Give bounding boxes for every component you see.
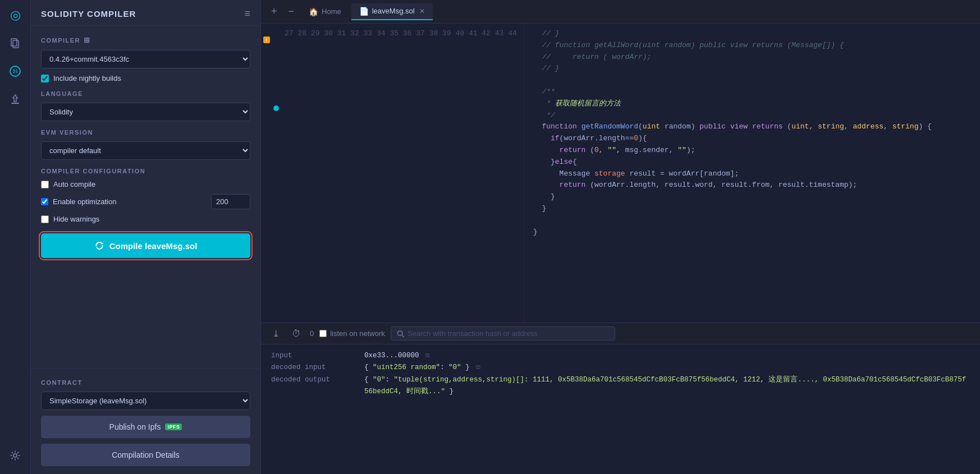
tab-leavemsg-label: leaveMsg.sol [372,7,415,15]
svg-rect-3 [11,103,19,104]
contract-select[interactable]: SimpleStorage (leaveMsg.sol) [41,392,250,410]
bottom-content: input 0xe33...00000 ⧉ decoded input { "u… [261,344,980,474]
auto-compile-checkbox[interactable] [41,181,49,188]
svg-rect-1 [13,40,19,48]
listen-network-checkbox[interactable] [319,330,327,337]
tab-home[interactable]: 🏠 Home [301,4,349,20]
counter-box: 0 [310,329,314,338]
compiler-add-icon[interactable]: ⊞ [84,36,91,44]
enable-optimization-row: Enable optimization [41,194,250,209]
listen-network-row: listen on network [319,329,385,338]
editor-area: ! 27 28 29 30 31 32 33 34 35 36 37 38 39… [261,24,980,323]
tab-bar: + − 🏠 Home 📄 leaveMsg.sol ✕ [261,0,980,24]
clock-button[interactable]: ⏱ [288,327,304,340]
logo-icon[interactable]: ◎ [4,4,26,26]
log-val-input: 0xe33...00000 ⧉ [364,350,430,362]
search-input[interactable] [407,329,609,338]
copy-icon-input[interactable]: ⧉ [425,352,430,359]
hide-warnings-checkbox[interactable] [41,215,49,223]
compile-refresh-icon [94,241,104,251]
publish-ipfs-button[interactable]: Publish on Ipfs IPFS [41,416,250,438]
hide-warnings-label[interactable]: Hide warnings [53,215,99,223]
deploy-icon[interactable] [4,89,26,110]
tab-home-label: Home [322,7,341,16]
log-row-decoded-input: decoded input { "uint256 random": "0" } … [271,362,970,374]
compilation-details-label: Compilation Details [112,450,180,459]
log-key-decoded-output: decoded output [271,374,355,398]
evm-version-section-label: EVM VERSION [41,129,250,136]
include-nightly-checkbox[interactable] [41,75,49,82]
sidebar: SOLIDITY COMPILER ≡ COMPILER ⊞ 0.4.26+co… [31,0,261,474]
log-row-decoded-output: decoded output { "0": "tuple(string,addr… [271,374,970,398]
auto-compile-label[interactable]: Auto compile [53,180,95,188]
active-line-dot [273,105,279,111]
include-nightly-row: Include nightly builds [41,74,250,82]
compile-button-label: Compile leaveMsg.sol [109,241,198,251]
sidebar-menu-icon[interactable]: ≡ [244,8,250,20]
settings-icon[interactable] [4,445,26,466]
zoom-out-button[interactable]: − [284,3,299,20]
log-key-decoded-input: decoded input [271,362,355,374]
log-val-decoded-input: { "uint256 random": "0" } ⧉ [364,362,480,374]
bottom-toolbar: ⤓ ⏱ 0 listen on network [261,323,980,344]
copy-icon-decoded-input[interactable]: ⧉ [476,364,480,371]
sidebar-content: COMPILER ⊞ 0.4.26+commit.4563c3fc 0.8.0+… [31,26,260,369]
zoom-in-button[interactable]: + [267,3,282,20]
svg-rect-0 [11,39,17,46]
contract-section: CONTRACT SimpleStorage (leaveMsg.sol) Pu… [31,369,260,474]
bottom-panel: ⤓ ⏱ 0 listen on network [261,323,980,474]
active-line-column [272,24,280,323]
sidebar-title: SOLIDITY COMPILER [41,9,136,19]
log-row-input: input 0xe33...00000 ⧉ [271,350,970,362]
publish-ipfs-label: Publish on Ipfs [109,422,161,431]
search-box [391,326,615,340]
svg-point-4 [13,454,17,457]
auto-compile-row: Auto compile [41,180,250,188]
log-key-input: input [271,350,355,362]
home-tab-icon: 🏠 [309,7,318,16]
enable-optimization-checkbox[interactable] [41,198,48,205]
evm-version-select[interactable]: compiler default byzantium istanbul berl… [41,141,250,160]
svg-point-2 [10,66,20,76]
compiler-config-section-label: COMPILER CONFIGURATION [41,168,250,174]
warning-indicator-column: ! [261,24,272,323]
svg-line-6 [402,335,404,337]
counter-value: 0 [310,329,314,338]
compile-button[interactable]: Compile leaveMsg.sol [41,233,250,258]
compilation-details-button[interactable]: Compilation Details [41,444,250,466]
files-icon[interactable] [4,33,26,54]
ipfs-badge: IPFS [165,424,182,430]
code-editor[interactable]: // } // function getAllWord(uint random)… [524,24,980,323]
file-tab-icon: 📄 [359,7,369,16]
main-area: + − 🏠 Home 📄 leaveMsg.sol ✕ ! 27 28 [261,0,980,474]
hide-warnings-row: Hide warnings [41,215,250,223]
tab-leavemsg[interactable]: 📄 leaveMsg.sol ✕ [351,3,433,20]
compiler-section-label: COMPILER ⊞ [41,36,250,44]
listen-network-label[interactable]: listen on network [330,329,385,338]
contract-section-label: CONTRACT [41,379,250,386]
language-section-label: LANGUAGE [41,90,250,97]
optimization-value-input[interactable] [211,194,250,209]
warning-dot: ! [263,36,270,43]
enable-optimization-label[interactable]: Enable optimization [53,197,116,206]
icon-bar: ◎ [0,0,31,474]
search-icon [397,330,404,338]
close-tab-icon[interactable]: ✕ [419,7,425,15]
compiler-version-select[interactable]: 0.4.26+commit.4563c3fc 0.8.0+commit.c7df… [41,50,250,68]
collapse-button[interactable]: ⤓ [269,326,283,340]
include-nightly-label[interactable]: Include nightly builds [53,74,121,82]
language-select[interactable]: Solidity Yul [41,103,250,121]
compile-icon[interactable] [4,61,26,82]
line-numbers: 27 28 29 30 31 32 33 34 35 36 37 38 39 4… [280,24,524,323]
sidebar-header: SOLIDITY COMPILER ≡ [31,0,260,26]
log-val-decoded-output: { "0": "tuple(string,address,string)[]: … [364,374,970,398]
